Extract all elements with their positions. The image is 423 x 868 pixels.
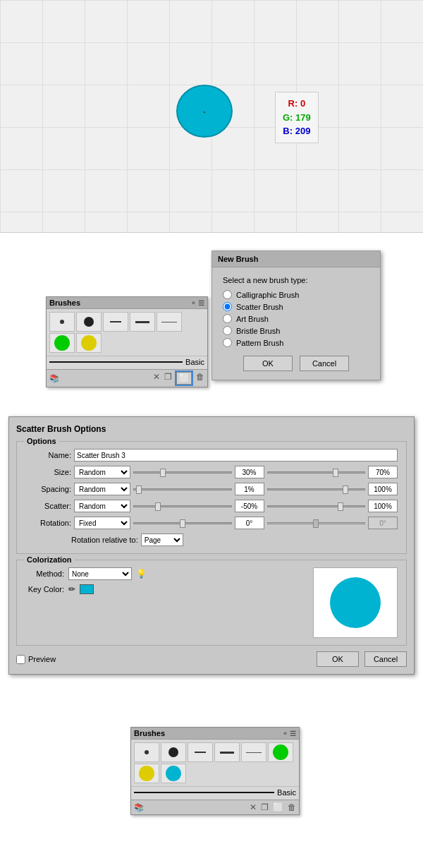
rotation-thumb-left[interactable] — [180, 519, 185, 528]
brush-item-bottom-dash-med[interactable] — [214, 742, 240, 762]
scatter-cancel-button[interactable]: Cancel — [364, 651, 407, 667]
spacing-val2[interactable]: 100% — [368, 483, 398, 495]
radio-pattern-input[interactable] — [223, 338, 232, 347]
scatter-ok-button[interactable]: OK — [317, 651, 359, 667]
spacing-slider-left — [133, 488, 232, 490]
brush-item-bottom-yellow[interactable] — [134, 764, 159, 783]
size-slider-right — [267, 471, 366, 474]
basic-stroke: Basic — [47, 356, 207, 369]
scatter-val1[interactable]: -50% — [235, 500, 264, 512]
brush-item-bottom-dot-med[interactable] — [161, 742, 186, 762]
scatter-track-left[interactable] — [133, 505, 232, 507]
panel-bottom-controls: « ☰ — [283, 730, 296, 737]
brush-libraries-bottom-icon[interactable]: 📚 — [134, 803, 144, 812]
radio-art-input[interactable] — [223, 314, 232, 323]
scatter-slider-right — [267, 505, 366, 507]
duplicate-bottom-icon[interactable]: ❐ — [261, 802, 269, 812]
key-color-row: Key Color: ✏ — [25, 584, 307, 594]
size-val2[interactable]: 70% — [368, 466, 398, 478]
brush-item-bottom-dash[interactable] — [188, 742, 213, 762]
size-track-right[interactable] — [267, 471, 366, 474]
new-brush-ok-button[interactable]: OK — [243, 356, 293, 371]
name-row: Name: — [25, 449, 398, 462]
panel-bottom-menu-icon[interactable]: ☰ — [290, 730, 296, 737]
rotation-slider-right — [267, 522, 366, 524]
delete-brush-icon[interactable]: ✕ — [153, 372, 160, 385]
brush-item-bottom-cyan[interactable] — [161, 764, 186, 783]
scatter-track-right[interactable] — [267, 505, 366, 507]
preview-circle — [330, 577, 381, 628]
lightbulb-icon[interactable]: 💡 — [136, 569, 147, 579]
name-label: Name: — [25, 451, 71, 459]
radio-scatter[interactable]: Scatter Brush — [223, 302, 369, 311]
scatter-brush-options-dialog: Scatter Brush Options Options Name: Size… — [8, 416, 415, 675]
key-color-swatch[interactable] — [80, 584, 94, 594]
spacing-track-left[interactable] — [133, 488, 232, 490]
size-label: Size: — [25, 468, 71, 476]
preview-label: Preview — [28, 655, 56, 663]
spacing-dropdown[interactable]: Random — [74, 483, 130, 495]
spacing-thumb-left[interactable] — [136, 486, 142, 494]
rotation-track-left[interactable] — [133, 522, 232, 524]
brush-item-green[interactable] — [49, 333, 75, 353]
eyedropper-icon[interactable]: ✏ — [68, 584, 75, 594]
brush-libraries-icon[interactable]: 📚 — [49, 374, 59, 383]
scatter-dropdown[interactable]: Random — [74, 500, 130, 512]
radio-calligraphic[interactable]: Calligraphic Brush — [223, 290, 369, 299]
brush-item-dash[interactable] — [103, 312, 128, 332]
delete-bottom-icon[interactable]: ✕ — [250, 802, 257, 812]
scatter-row: Scatter: Random -50% 100% — [25, 500, 398, 512]
new-brush-cancel-button[interactable]: Cancel — [300, 356, 349, 371]
spacing-val1[interactable]: 1% — [235, 483, 264, 495]
radio-calligraphic-label: Calligraphic Brush — [236, 291, 299, 299]
brush-item-bottom-dot-small[interactable] — [134, 742, 159, 762]
rotation-thumb-right — [313, 519, 319, 528]
brush-item-bottom-line[interactable] — [241, 742, 266, 762]
brush-item-yellow[interactable] — [76, 333, 102, 353]
name-input[interactable] — [74, 449, 398, 462]
radio-calligraphic-input[interactable] — [223, 290, 232, 299]
new-bottom-icon[interactable]: ⬜ — [273, 802, 283, 812]
rotation-val1[interactable]: 0° — [235, 517, 264, 529]
scatter-label: Scatter: — [25, 502, 71, 510]
duplicate-brush-icon[interactable]: ❐ — [164, 372, 172, 385]
rotation-dropdown[interactable]: Fixed — [74, 517, 130, 529]
spacing-thumb-right[interactable] — [343, 486, 348, 494]
spacing-track-right[interactable] — [267, 488, 366, 490]
panel-menu-icon[interactable]: ☰ — [198, 299, 204, 307]
brush-item-bottom-green[interactable] — [268, 742, 293, 762]
brush-item-dash-med[interactable] — [130, 312, 155, 332]
rotation-relative-dropdown[interactable]: Page Path — [141, 534, 183, 546]
scatter-thumb-right[interactable] — [338, 502, 343, 511]
size-val1[interactable]: 30% — [235, 466, 264, 478]
size-track-left[interactable] — [133, 471, 232, 474]
radio-scatter-input[interactable] — [223, 302, 232, 311]
brush-item-dot-med[interactable] — [76, 312, 102, 332]
scatter-thumb-left[interactable] — [155, 502, 161, 511]
trash-icon[interactable]: 🗑 — [196, 372, 204, 385]
brush-item-dot-small[interactable] — [49, 312, 75, 332]
collapse-icon[interactable]: « — [192, 299, 195, 307]
size-thumb-right[interactable] — [333, 469, 338, 477]
size-dropdown[interactable]: Random — [74, 466, 130, 478]
radio-bristle-label: Bristle Brush — [236, 327, 280, 335]
rotation-slider-left — [133, 522, 232, 524]
rotation-row: Rotation: Fixed 0° 0° — [25, 517, 398, 529]
method-dropdown[interactable]: None Tints Tints and Shades Hue Shift — [68, 567, 132, 580]
radio-bristle[interactable]: Bristle Brush — [223, 326, 369, 335]
color-g-value: G: 179 — [283, 111, 311, 125]
brush-item-line[interactable] — [157, 312, 182, 332]
size-slider-left — [133, 471, 232, 474]
panel-footer-bottom-icons: ✕ ❐ ⬜ 🗑 — [250, 802, 296, 812]
preview-checkbox[interactable] — [16, 655, 25, 664]
radio-bristle-input[interactable] — [223, 326, 232, 335]
new-brush-button[interactable]: ⬜ — [176, 372, 192, 385]
radio-art-label: Art Brush — [236, 315, 269, 323]
trash-bottom-icon[interactable]: 🗑 — [288, 802, 296, 812]
radio-art[interactable]: Art Brush — [223, 314, 369, 323]
size-thumb-left[interactable] — [160, 469, 166, 477]
collapse-bottom-icon[interactable]: « — [283, 730, 287, 737]
radio-pattern[interactable]: Pattern Brush — [223, 338, 369, 347]
scatter-val2[interactable]: 100% — [368, 500, 398, 512]
brushes-panel-bottom-titlebar: Brushes « ☰ — [131, 728, 299, 740]
